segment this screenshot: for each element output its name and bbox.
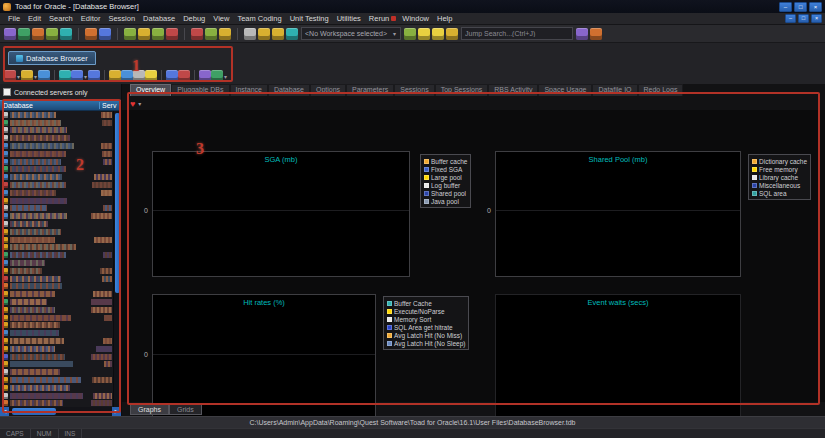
tab-redo-logs[interactable]: Redo Logs — [638, 84, 684, 96]
horizontal-scroll-thumb[interactable] — [12, 408, 56, 415]
close-icon[interactable]: × — [809, 2, 822, 12]
menu-debug[interactable]: Debug — [179, 14, 209, 23]
list-item[interactable] — [0, 142, 114, 150]
tab-top-sessions[interactable]: Top Sessions — [435, 84, 489, 96]
toolbar-icon[interactable] — [211, 70, 223, 82]
list-item[interactable] — [0, 392, 114, 400]
connected-servers-checkbox[interactable] — [3, 88, 11, 96]
tab-instance[interactable]: Instance — [230, 84, 268, 96]
favorites-heart-icon[interactable]: ♥ — [130, 99, 135, 109]
tab-rbs-activity[interactable]: RBS Activity — [488, 84, 538, 96]
jump-search-input[interactable] — [461, 27, 573, 40]
list-item[interactable] — [0, 275, 114, 283]
toolbar-icon[interactable] — [152, 28, 164, 40]
toolbar-icon[interactable] — [145, 70, 157, 82]
list-item[interactable] — [0, 111, 114, 119]
menu-team-coding[interactable]: Team Coding — [233, 14, 285, 23]
menu-editor[interactable]: Editor — [77, 14, 105, 23]
toolbar-icon[interactable] — [576, 28, 588, 40]
tab-parameters[interactable]: Parameters — [346, 84, 394, 96]
menu-utilities[interactable]: Utilities — [333, 14, 365, 23]
list-item[interactable] — [0, 236, 114, 244]
tab-sessions[interactable]: Sessions — [394, 84, 434, 96]
toolbar-icon[interactable] — [18, 28, 30, 40]
toolbar-icon[interactable] — [59, 70, 71, 82]
database-list-header[interactable]: Database Serv — [0, 100, 121, 111]
list-item[interactable] — [0, 259, 114, 267]
toolbar-icon[interactable] — [286, 28, 298, 40]
list-item[interactable] — [0, 267, 114, 275]
list-item[interactable] — [0, 220, 114, 228]
toolbar-icon[interactable] — [99, 28, 111, 40]
list-item[interactable] — [0, 189, 114, 197]
vertical-scrollbar[interactable] — [113, 111, 121, 407]
toolbar-icon[interactable] — [446, 28, 458, 40]
chevron-down-icon[interactable]: ▾ — [34, 73, 37, 80]
column-server[interactable]: Serv — [99, 102, 121, 109]
toolbar-icon[interactable] — [199, 70, 211, 82]
list-item[interactable] — [0, 345, 114, 353]
list-item[interactable] — [0, 158, 114, 166]
tab-options[interactable]: Options — [310, 84, 346, 96]
list-item[interactable] — [0, 166, 114, 174]
list-item[interactable] — [0, 399, 114, 407]
menu-edit[interactable]: Edit — [24, 14, 45, 23]
list-item[interactable] — [0, 337, 114, 345]
mdi-minimize-icon[interactable]: – — [785, 14, 796, 23]
toolbar-icon[interactable] — [88, 70, 100, 82]
mdi-close-icon[interactable]: × — [811, 14, 822, 23]
list-item[interactable] — [0, 314, 114, 322]
toolbar-icon[interactable] — [71, 70, 83, 82]
menu-view[interactable]: View — [209, 14, 233, 23]
list-item[interactable] — [0, 127, 114, 135]
list-item[interactable] — [0, 290, 114, 298]
list-item[interactable] — [0, 361, 114, 369]
toolbar-icon[interactable] — [124, 28, 136, 40]
favorites-dropdown-icon[interactable]: ▾ — [138, 100, 141, 107]
workspace-selector[interactable]: <No Workspace selected> ▾ — [301, 27, 401, 40]
list-item[interactable] — [0, 283, 114, 291]
toolbar-icon[interactable] — [21, 70, 33, 82]
toolbar-icon[interactable] — [60, 28, 72, 40]
toolbar-icon[interactable] — [244, 28, 256, 40]
list-item[interactable] — [0, 384, 114, 392]
menu-file[interactable]: File — [4, 14, 24, 23]
list-item[interactable] — [0, 181, 114, 189]
connected-servers-filter[interactable]: Connected servers only — [0, 84, 121, 100]
column-database[interactable]: Database — [0, 102, 99, 109]
toolbar-icon[interactable] — [133, 70, 145, 82]
toolbar-icon[interactable] — [404, 28, 416, 40]
toolbar-icon[interactable] — [205, 28, 217, 40]
toolbar-icon[interactable] — [121, 70, 133, 82]
toolbar-icon[interactable] — [258, 28, 270, 40]
list-item[interactable] — [0, 251, 114, 259]
list-item[interactable] — [0, 353, 114, 361]
list-item[interactable] — [0, 173, 114, 181]
toolbar-icon[interactable] — [138, 28, 150, 40]
toolbar-icon[interactable] — [85, 28, 97, 40]
toolbar-icon[interactable] — [166, 28, 178, 40]
list-item[interactable] — [0, 150, 114, 158]
tab-graphs[interactable]: Graphs — [130, 405, 169, 415]
mdi-restore-icon[interactable]: □ — [798, 14, 809, 23]
list-item[interactable] — [0, 134, 114, 142]
tab-database[interactable]: Database — [268, 84, 310, 96]
horizontal-scrollbar[interactable]: ◀ ▶ — [0, 407, 121, 416]
menu-unit-testing[interactable]: Unit Testing — [286, 14, 333, 23]
list-item[interactable] — [0, 212, 114, 220]
menu-database[interactable]: Database — [139, 14, 179, 23]
toolbar-icon[interactable] — [166, 70, 178, 82]
tab-pluggable-dbs[interactable]: Pluggable DBs — [171, 84, 229, 96]
tab-space-usage[interactable]: Space Usage — [538, 84, 592, 96]
chevron-down-icon[interactable]: ▾ — [17, 73, 20, 80]
toolbar-icon[interactable] — [219, 28, 231, 40]
list-item[interactable] — [0, 306, 114, 314]
toolbar-icon[interactable] — [46, 28, 58, 40]
list-item[interactable] — [0, 119, 114, 127]
list-item[interactable] — [0, 205, 114, 213]
list-item[interactable] — [0, 329, 114, 337]
tab-grids[interactable]: Grids — [169, 405, 202, 415]
toolbar-icon[interactable] — [418, 28, 430, 40]
list-item[interactable] — [0, 244, 114, 252]
menu-session[interactable]: Session — [104, 14, 139, 23]
